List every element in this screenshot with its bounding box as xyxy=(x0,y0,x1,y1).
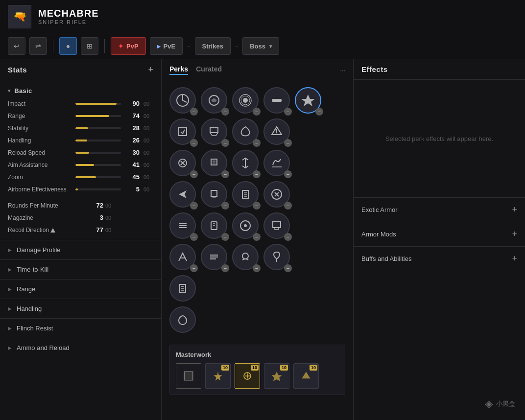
perk-remove-6-3[interactable]: − xyxy=(253,264,261,272)
stat-bar-handling xyxy=(75,140,87,141)
perk-slot-4-4: − xyxy=(263,181,292,210)
buffs-section: Buffs and Abilities + xyxy=(354,246,525,271)
perk-remove-4-4[interactable]: − xyxy=(284,202,292,210)
boss-button[interactable]: Boss ▾ xyxy=(242,37,279,55)
perk-remove-2-3[interactable]: − xyxy=(253,139,261,147)
basic-section-label: Basic xyxy=(14,87,32,94)
armor-mods-section: Armor Mods + xyxy=(354,222,525,246)
perk-remove-3-2[interactable]: − xyxy=(221,170,229,178)
flinch-arrow-icon: ▶ xyxy=(8,326,12,331)
ammo-label: Ammo and Reload xyxy=(17,344,70,351)
perk-slot-1-2: − xyxy=(201,87,229,116)
perk-slot-2-1: − xyxy=(169,118,198,147)
perk-remove-2-4[interactable]: − xyxy=(284,139,292,147)
range-header[interactable]: ▶ Range xyxy=(0,280,161,299)
stats-header: Stats + xyxy=(0,59,161,80)
buffs-header[interactable]: Buffs and Abilities + xyxy=(354,247,525,271)
perk-slot-1-5: − xyxy=(295,87,323,116)
mw-icon-3[interactable]: 10 xyxy=(235,363,260,389)
shuffle-button[interactable]: ⇌ xyxy=(29,37,47,55)
stat-bar-wrap-range xyxy=(75,115,121,117)
mw-badge-4: 10 xyxy=(280,365,288,371)
basic-section-header[interactable]: ▾ Basic xyxy=(0,84,161,97)
stat-row-airborne: Airborne Effectiveness 5 00 xyxy=(0,183,161,195)
pve-button[interactable]: ▸ PvE xyxy=(150,37,183,55)
stat-bar-impact xyxy=(75,103,117,105)
stat-bar-wrap-airborne xyxy=(75,188,121,190)
perk-remove-2-1[interactable]: − xyxy=(190,139,198,147)
stat-bar-wrap-impact xyxy=(75,103,121,105)
strikes-button[interactable]: Strikes xyxy=(195,37,231,55)
ttk-arrow-icon: ▶ xyxy=(8,267,12,272)
weapon-name: MECHABRE xyxy=(38,8,99,19)
stat-value-handling: 26 xyxy=(125,137,140,144)
stats-add-button[interactable]: + xyxy=(148,65,153,74)
perk-slot-3-1: − xyxy=(169,150,198,178)
perk-remove-1-3[interactable]: − xyxy=(253,108,261,116)
mw-icon-5[interactable]: 10 xyxy=(293,363,319,389)
weapon-icon-glyph: 🔫 xyxy=(13,10,26,23)
perk-remove-6-4[interactable]: − xyxy=(284,264,292,272)
armor-mods-header[interactable]: Armor Mods + xyxy=(354,222,525,246)
stat-mod-reload: 00 xyxy=(143,150,153,156)
perk-remove-3-3[interactable]: − xyxy=(253,170,261,178)
mw-icon-1[interactable] xyxy=(176,363,201,389)
perk-remove-4-3[interactable]: − xyxy=(253,202,261,210)
view2-button[interactable]: ⊞ xyxy=(81,37,98,55)
perk-remove-1-1[interactable]: − xyxy=(190,108,198,116)
stat-mod-rpm: 00 xyxy=(105,203,115,209)
perk-remove-5-3[interactable]: − xyxy=(253,233,261,241)
buffs-plus-icon[interactable]: + xyxy=(512,254,517,264)
stat-label-stability: Stability xyxy=(8,125,72,132)
flinch-header[interactable]: ▶ Flinch Resist xyxy=(0,319,161,338)
view1-button[interactable]: ● xyxy=(59,37,77,55)
masterwork-icons: 10 10 10 10 xyxy=(176,363,339,389)
perk-remove-1-2[interactable]: − xyxy=(221,108,229,116)
perk-remove-6-1[interactable]: − xyxy=(190,264,198,272)
damage-profile-header[interactable]: ▶ Damage Profile xyxy=(0,240,161,259)
perk-remove-3-4[interactable]: − xyxy=(284,170,292,178)
effects-placeholder: Selected perk effects will appear here. xyxy=(354,80,525,197)
stat-row-zoom: Zoom 45 00 xyxy=(0,171,161,183)
exotic-armor-header[interactable]: Exotic Armor + xyxy=(354,198,525,222)
undo-button[interactable]: ↩ xyxy=(8,37,25,55)
mw-icon-4[interactable]: 10 xyxy=(264,363,289,389)
perk-remove-1-5[interactable]: − xyxy=(315,108,323,116)
mw-icon-2[interactable]: 10 xyxy=(205,363,231,389)
perk-remove-4-2[interactable]: − xyxy=(221,202,229,210)
ttk-section: ▶ Time-to-Kill xyxy=(0,259,161,279)
flinch-label: Flinch Resist xyxy=(17,325,53,332)
pve-icon: ▸ xyxy=(157,43,161,50)
stat-row-rpm: Rounds Per Minute 72 00 xyxy=(0,199,161,211)
stat-value-reload: 30 xyxy=(125,149,140,156)
ttk-label: Time-to-Kill xyxy=(17,266,48,273)
perk-slot-5-1: − xyxy=(169,212,198,241)
perk-remove-5-4[interactable]: − xyxy=(284,233,292,241)
ttk-header[interactable]: ▶ Time-to-Kill xyxy=(0,260,161,279)
perk-remove-4-1[interactable]: − xyxy=(190,202,198,210)
tab-curated[interactable]: Curated xyxy=(196,65,222,75)
svg-point-12 xyxy=(244,224,247,227)
perk-slot-2-3: − xyxy=(232,118,261,147)
perk-remove-6-2[interactable]: − xyxy=(221,264,229,272)
exotic-armor-plus-icon[interactable]: + xyxy=(512,205,517,215)
perk-circle-s2[interactable] xyxy=(169,306,196,333)
perks-more-button[interactable]: ··· xyxy=(340,67,345,74)
stat-value-stability: 28 xyxy=(125,124,140,132)
stat-row-reload-speed: Reload Speed 30 00 xyxy=(0,146,161,159)
watermark: ◈ 小黑盒 xyxy=(485,397,515,410)
perk-circle-s1[interactable] xyxy=(169,275,196,302)
armor-mods-plus-icon[interactable]: + xyxy=(512,229,517,239)
tab-perks[interactable]: Perks xyxy=(169,65,188,75)
perks-grid: − − − − xyxy=(162,81,353,341)
pvp-button[interactable]: ✦ PvP xyxy=(111,37,146,55)
handling-header[interactable]: ▶ Handling xyxy=(0,299,161,318)
perk-remove-3-1[interactable]: − xyxy=(190,170,198,178)
perk-remove-5-2[interactable]: − xyxy=(221,233,229,241)
perk-row-single-2 xyxy=(169,306,345,335)
perk-remove-2-2[interactable]: − xyxy=(221,139,229,147)
boss-label: Boss xyxy=(250,43,265,50)
ammo-header[interactable]: ▶ Ammo and Reload xyxy=(0,338,161,357)
perk-remove-1-4[interactable]: − xyxy=(284,108,292,116)
perk-remove-5-1[interactable]: − xyxy=(190,233,198,241)
